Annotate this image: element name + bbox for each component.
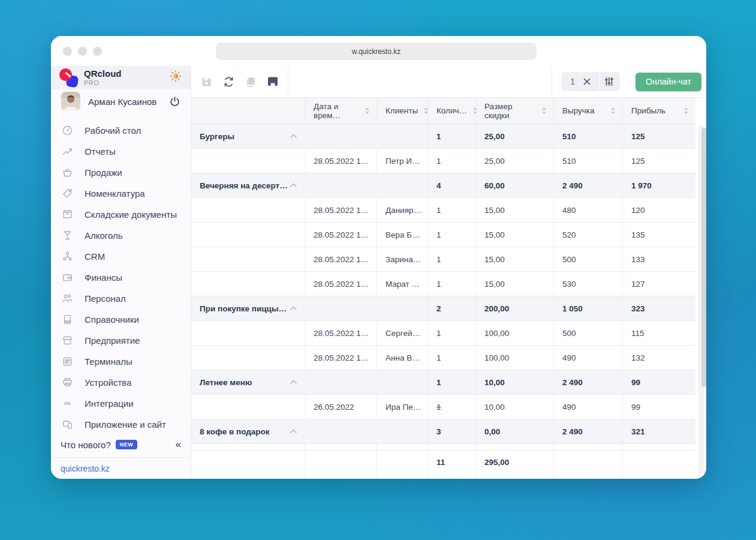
sidebar-item-предприятие[interactable]: Предприятие [51,330,191,351]
collapse-sidebar-icon[interactable]: « [176,439,181,451]
collapse-group-icon[interactable] [290,429,297,434]
cell-client: Ира Пе… [377,395,428,419]
column-header-4[interactable]: Размер скидки [476,98,554,124]
data-row[interactable]: 26.05.2022 Ира Пе… 1 10,00 490 99 [191,395,695,419]
collapse-group-icon[interactable] [290,134,297,139]
cell-revenue: 490 [554,346,623,370]
cell-2 [377,444,428,450]
sidebar-item-персонал[interactable]: Персонал [51,288,191,309]
sidebar-item-терминалы[interactable]: Терминалы [51,351,191,372]
sidebar-item-устройства[interactable]: Устройства [51,372,191,393]
sidebar-item-отчеты[interactable]: Отчеты [51,141,191,162]
group-row[interactable]: Вечерняя на десерт… 460,002 4901 970 [191,173,695,198]
group-name: Вечерняя на десерт… [191,173,428,197]
sidebar-item-финансы[interactable]: Финансы [51,267,191,288]
cell-discount: 100,00 [476,321,554,345]
online-chat-button[interactable]: Онлайн-чат [635,73,701,91]
address-bar[interactable]: w.quickresto.kz [216,43,537,60]
group-name: 8 кофе в подарок [191,419,428,443]
data-row[interactable]: 28.05.2022 1… Зарина… 1 15,00 500 133 [191,247,695,272]
directories-icon [62,314,73,325]
whats-new[interactable]: Что нового? NEW « [51,435,191,454]
sidebar-item-интеграции[interactable]: Интеграции [51,393,191,414]
sidebar-item-алкоголь[interactable]: Алкоголь [51,225,191,246]
cell-date [305,451,377,479]
group-row[interactable]: 8 кофе в подарок 30,002 490321 [191,419,695,444]
sidebar-item-label: Приложение и сайт [85,419,166,430]
data-row[interactable]: 28.05.2022 1… Данияр… 1 15,00 480 120 [191,198,695,223]
cell-group-spacer [191,346,305,370]
column-label: Клиенты [385,106,418,115]
logout-power-icon[interactable] [169,96,180,107]
sort-icon[interactable] [610,107,616,115]
qrcloud-logo-icon [59,68,79,87]
data-row[interactable]: 28.05.2022 1… Сергей… 1 100,00 500 115 [191,321,695,346]
monitor-icon[interactable] [264,73,282,91]
group-row[interactable]: При покупке пиццы… 2200,001 050323 [191,296,695,321]
scrollbar-thumb[interactable] [701,128,706,387]
scrollbar-track[interactable] [698,125,704,474]
cell-1 [305,444,377,450]
sidebar-item-номенклатура[interactable]: Номенклатура [51,183,191,204]
cell-group-spacer [191,223,305,247]
filter-settings-icon[interactable] [601,73,618,90]
column-header-3[interactable]: Колич… [428,98,476,124]
sidebar-item-crm[interactable]: CRM [51,246,191,267]
refresh-icon[interactable] [219,73,237,91]
url-text: w.quickresto.kz [352,47,400,56]
active-filter-chip[interactable]: 1 [562,72,620,91]
sort-icon[interactable] [683,107,689,115]
theme-sun-icon[interactable] [169,70,182,85]
whats-new-label: Что нового? [61,440,111,450]
cell-revenue: 530 [554,272,623,296]
cell-revenue: 2 490 [554,173,623,197]
group-row[interactable]: Летнее меню 110,002 49099 [191,370,695,395]
window-close-button[interactable] [63,47,72,56]
copy-icon[interactable] [242,73,260,91]
site-link[interactable]: quickresto.kz [61,464,110,473]
column-header-0 [191,98,305,124]
sort-icon[interactable] [364,107,371,115]
data-row[interactable]: 28.05.2022 1… Анна В… 1 100,00 490 132 [191,346,695,370]
collapse-group-icon[interactable] [290,183,297,188]
window-minimize-button[interactable] [78,47,87,56]
window-controls [63,47,102,56]
cell-revenue: 480 [554,198,623,222]
cell-date: 26.05.2022 [305,395,377,419]
sidebar-item-продажи[interactable]: Продажи [51,162,191,183]
window-maximize-button[interactable] [93,47,102,56]
discounts-table: Дата и врем…КлиентыКолич…Размер скидкиВы… [191,98,695,479]
cell-date: 28.05.2022 1… [305,321,377,345]
clear-filter-icon[interactable] [579,73,595,90]
data-row[interactable]: 28.05.2022 1… Петр И… 1 25,00 510 125 [191,149,695,173]
group-row[interactable]: Бургеры 125,00510125 [191,124,695,149]
group-name: Бургеры [191,124,428,148]
main-content: 1 О [191,66,706,479]
sidebar-item-label: CRM [85,251,105,262]
data-row[interactable]: 28.05.2022 1… Вера Б… 1 15,00 520 135 [191,223,695,247]
column-header-1[interactable]: Дата и врем… [305,98,377,124]
brand-header: QRcloud PRO [51,66,191,89]
column-header-2[interactable]: Клиенты [377,98,428,124]
sidebar-item-складские-документы[interactable]: Складские документы [51,204,191,225]
column-label: Размер скидки [484,102,536,120]
sidebar-item-приложение-и-сайт[interactable]: Приложение и сайт [51,414,191,435]
sidebar-item-справочники[interactable]: Справочники [51,309,191,330]
cell-profit: 99 [623,370,695,394]
sort-icon[interactable] [541,107,547,115]
cell-date: 28.05.2022 1… [305,272,377,296]
collapse-group-icon[interactable] [290,380,297,385]
partially-visible-row[interactable] [191,444,695,451]
cell-profit: 115 [623,321,695,345]
column-header-6[interactable]: Прибыль [623,98,695,124]
devices-icon [62,377,73,388]
save-icon[interactable] [197,73,215,91]
column-header-5[interactable]: Выручка [554,98,623,124]
cell-6 [623,444,695,450]
cell-revenue: 510 [554,149,623,173]
user-profile[interactable]: Арман Кусаинов [51,89,191,114]
data-row[interactable]: 28.05.2022 1… Марат … 1 15,00 530 127 [191,272,695,296]
collapse-group-icon[interactable] [290,306,297,311]
sidebar-item-label: Складские документы [85,209,177,220]
sidebar-item-рабочий-стол[interactable]: Рабочий стол [51,120,191,141]
